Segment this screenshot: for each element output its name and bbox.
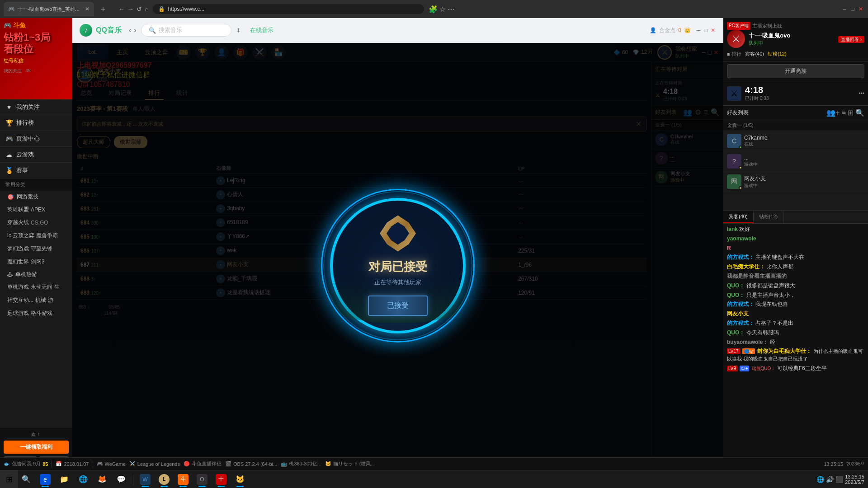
activity-douyu[interactable]: 🔴 斗鱼直播伴侣 bbox=[184, 460, 222, 467]
refresh-button[interactable]: ↺ bbox=[137, 5, 142, 13]
chat-messages: lank 欢好 yaomawole R 的方程式： 主播的键盘声不大在 白毛痴大… bbox=[723, 224, 868, 477]
filter-icon[interactable]: ≡ bbox=[842, 108, 846, 117]
activity-cat[interactable]: 🐱 猫リセット (猫风... bbox=[325, 460, 375, 467]
sidebar-item-dream[interactable]: 梦幻游戏 bbox=[7, 244, 29, 254]
sidebar-item-football[interactable]: 足球游戏 bbox=[7, 308, 29, 319]
rank-icon: 🏆 bbox=[5, 119, 13, 127]
taskbar-explorer-app[interactable]: 📁 bbox=[55, 471, 73, 488]
taskbar-stream-app[interactable]: 十 bbox=[212, 471, 230, 488]
sidebar-item-cloud[interactable]: ☁ 云游戏 bbox=[0, 147, 72, 163]
match-timer-label: 已计时 0:03 bbox=[745, 95, 769, 102]
new-tab-button[interactable]: ＋ bbox=[96, 3, 110, 16]
close-window-btn[interactable]: ✕ bbox=[857, 5, 864, 13]
sidebar-item-favorite[interactable]: ♥ 我的关注 bbox=[0, 99, 72, 115]
taskbar-search-button[interactable]: 🔍 bbox=[18, 471, 34, 488]
sidebar-item-tour[interactable]: 游 bbox=[48, 295, 53, 305]
forward-button[interactable]: → bbox=[127, 5, 134, 13]
sidebar-item-rank[interactable]: 🏆 排行榜 bbox=[0, 115, 72, 131]
match-accept-dialog: 对局已接受 正在等待其他玩家 已接受 bbox=[316, 184, 479, 347]
taskbar-start-button[interactable]: ⊞ bbox=[0, 470, 18, 488]
firefox-icon: 🦊 bbox=[97, 474, 108, 485]
chat-friend-xiaozhi[interactable]: 网 网友小支 游戏中 bbox=[723, 172, 868, 192]
activity-date[interactable]: 📅 2018.01.07 bbox=[56, 461, 89, 467]
activity-lol[interactable]: ⚔️ League of Legends bbox=[129, 461, 180, 467]
sidebar-item-social[interactable]: 社交互动... bbox=[7, 295, 33, 305]
activity-stream2[interactable]: 📺 机360-300亿... bbox=[281, 460, 321, 467]
taskbar-obs-app[interactable]: O bbox=[193, 471, 211, 488]
sidebar-item-survival[interactable]: 生 bbox=[54, 282, 60, 292]
qq-search-bar[interactable]: 🔍 搜索音乐 bbox=[141, 24, 231, 37]
chat-msg-10: 网友小支 bbox=[727, 310, 864, 318]
tab-close-icon[interactable]: ✕ bbox=[85, 6, 90, 12]
activity-divider-2 bbox=[93, 460, 93, 468]
grid-icon[interactable]: ⊞ bbox=[848, 108, 854, 117]
settings-button[interactable]: ⋯ bbox=[448, 5, 455, 14]
sidebar-item-mobile[interactable]: 单机游戏 bbox=[7, 282, 29, 292]
sidebar-item-fighting[interactable]: 格斗游戏 bbox=[31, 308, 52, 319]
chat-friend-anon[interactable]: ? ... 游戏中 bbox=[723, 151, 868, 172]
chat-tabs: 宾客(40) 钻粉(12) bbox=[723, 211, 868, 224]
home-button[interactable]: ⌂ bbox=[145, 5, 148, 13]
rank-toggle[interactable]: ≡ 排行 bbox=[727, 51, 741, 57]
favorites-button[interactable]: ☆ bbox=[439, 5, 446, 14]
activity-fish[interactable]: 🐟 色告问我 9月 85 bbox=[4, 460, 48, 467]
streamer-id: 我的关注 49 bbox=[4, 68, 69, 74]
sidebar-item-esports[interactable]: 🏅 赛事 bbox=[0, 163, 72, 178]
add-chat-icon[interactable]: 👥+ bbox=[826, 108, 840, 117]
sidebar-item-sword[interactable]: 剑网3 bbox=[31, 257, 45, 267]
qq-minimize-btn[interactable]: ─ bbox=[695, 27, 702, 33]
taskbar-browser2-app[interactable]: 🌐 bbox=[74, 471, 92, 488]
explorer-icon: 📁 bbox=[59, 474, 70, 485]
sidebar-item-apex[interactable]: APEX bbox=[31, 204, 45, 215]
taskbar-wechat-app[interactable]: 💬 bbox=[112, 471, 130, 488]
qq-close-btn[interactable]: ✕ bbox=[710, 27, 716, 33]
sidebar-item-lol[interactable]: 英雄联盟 bbox=[7, 204, 29, 215]
extensions-button[interactable]: 🧩 bbox=[429, 5, 438, 14]
sidebar-item-netgame[interactable]: 🎯 网游竞技 bbox=[0, 191, 72, 203]
sidebar-item-singleplayer[interactable]: 🕹 单机热游 bbox=[0, 268, 72, 281]
back-button[interactable]: ← bbox=[118, 5, 125, 13]
taskbar-douyu-app[interactable]: 斗 bbox=[174, 471, 192, 488]
chat-tab-normal[interactable]: 宾客(40) bbox=[723, 211, 754, 223]
get-reward-button[interactable]: 一键领取福利 bbox=[4, 441, 69, 454]
taskbar-edge-app[interactable]: e bbox=[36, 471, 54, 488]
match-accept-button[interactable]: 已接受 bbox=[368, 296, 428, 316]
chat-friend-c7[interactable]: C C7kanmei 在线 bbox=[723, 131, 868, 151]
qq-back-btn[interactable]: ‹ bbox=[129, 26, 131, 34]
match-accept-overlay: 对局已接受 正在等待其他玩家 已接受 bbox=[72, 43, 723, 488]
qq-forward-btn[interactable]: › bbox=[134, 26, 136, 34]
qq-maximize-btn[interactable]: □ bbox=[703, 27, 709, 33]
msg-text-11: 占格子？不是出 bbox=[755, 320, 793, 326]
fish-icon: 🐟 bbox=[4, 461, 10, 467]
sidebar-item-wuxia[interactable]: 永动无间 bbox=[31, 282, 52, 292]
taskbar-lol-app[interactable]: L bbox=[155, 471, 173, 488]
activity-obs[interactable]: 🎬 OBS 27.2.4 (64-bi... bbox=[225, 461, 277, 467]
minimize-window-btn[interactable]: ─ bbox=[841, 5, 848, 13]
taskbar-wegame-app[interactable]: W bbox=[136, 471, 154, 488]
chat-search-icon[interactable]: 🔍 bbox=[855, 108, 864, 117]
sidebar-item-machine[interactable]: 机械 bbox=[35, 295, 46, 305]
chat-friend-list: 金囊一 (1/5) C C7kanmei 在线 ? ... 游戏中 bbox=[723, 120, 868, 211]
sidebar-item-gaming[interactable]: 🎮 页游中心 bbox=[0, 131, 72, 147]
sidebar-item-lol2[interactable]: lol云顶之弈 bbox=[7, 230, 34, 241]
chat-tab-vip[interactable]: 钻粉(12) bbox=[754, 211, 784, 223]
address-bar[interactable]: 🔒 https://www.c... bbox=[153, 4, 424, 14]
browser-tab[interactable]: 🎮 十一-吸血鬼ovo直播_英雄联盟 ✕ bbox=[4, 2, 94, 16]
qq-online-music[interactable]: 在线音乐 bbox=[250, 26, 274, 34]
subscribe-btn[interactable]: 开通亮族 bbox=[727, 64, 864, 78]
qq-download-btn[interactable]: ⬇ bbox=[236, 27, 241, 34]
network-icon[interactable]: 🌐 bbox=[816, 476, 824, 483]
taskbar-cat-app[interactable]: 🐱 bbox=[231, 471, 249, 488]
sidebar-item-crossfire[interactable]: 穿越火线 bbox=[7, 217, 29, 228]
activity-wegame[interactable]: 🎮 WeGame bbox=[97, 461, 126, 467]
activity-fish-num: 85 bbox=[42, 461, 48, 467]
chat-msg-5: 白毛痴大学仕： 比你人声都 bbox=[727, 263, 864, 271]
sidebar-item-csgo[interactable]: CS:GO bbox=[31, 217, 48, 228]
tab-title: 十一-吸血鬼ovo直播_英雄联盟 bbox=[18, 6, 80, 13]
sidebar-item-mhw[interactable]: 魔幻世界 bbox=[7, 257, 29, 267]
sidebar-item-naraka[interactable]: 魔兽争霸 bbox=[36, 230, 58, 241]
volume-icon[interactable]: 🔊 bbox=[826, 476, 834, 483]
taskbar-firefox-app[interactable]: 🦊 bbox=[93, 471, 111, 488]
maximize-window-btn[interactable]: □ bbox=[849, 5, 856, 13]
sidebar-item-guardian[interactable]: 守望先锋 bbox=[31, 244, 52, 254]
